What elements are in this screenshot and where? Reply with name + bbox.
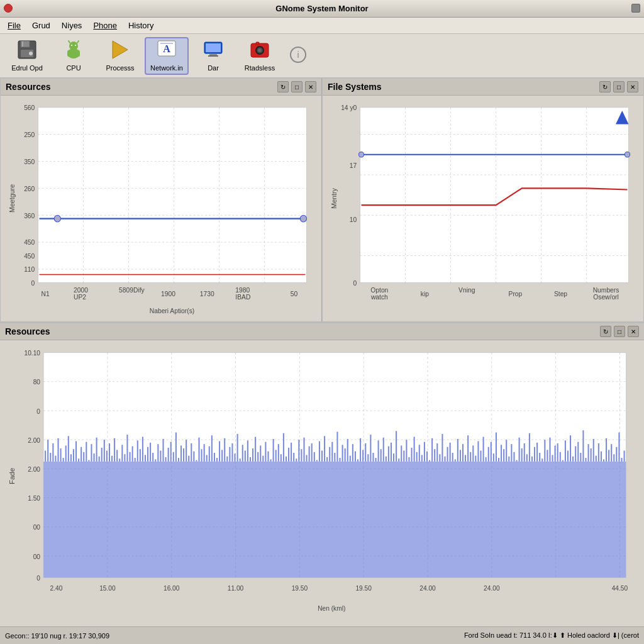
menu-phone[interactable]: Phone	[88, 19, 122, 31]
svg-rect-222	[334, 453, 335, 462]
svg-rect-179	[224, 438, 225, 462]
toolbar-processs[interactable]: Processs	[98, 37, 142, 75]
svg-text:i: i	[297, 50, 299, 60]
svg-rect-208	[298, 440, 299, 462]
svg-rect-289	[506, 440, 507, 462]
svg-rect-302	[539, 453, 540, 462]
svg-text:450: 450	[24, 238, 35, 246]
svg-text:0: 0	[36, 407, 40, 415]
svg-rect-267	[450, 443, 451, 462]
svg-text:Mentry: Mentry	[331, 187, 338, 209]
svg-rect-177	[219, 441, 220, 461]
svg-rect-189	[250, 457, 251, 462]
svg-text:kip: kip	[421, 290, 429, 297]
statusbar-right: Ford SoIn uead t: 711 34.0 I:⬇ ⬆ Holed o…	[322, 631, 639, 640]
monitor-icon	[203, 40, 223, 63]
svg-rect-168	[196, 460, 197, 462]
svg-rect-217	[321, 451, 323, 462]
fs-refresh-btn[interactable]: ↻	[599, 81, 611, 92]
svg-rect-162	[180, 445, 182, 461]
svg-text:11.00: 11.00	[228, 584, 243, 592]
resources-panel-content: 560 250 350 260 360 450 450 110 0	[1, 96, 321, 321]
svg-rect-196	[267, 452, 269, 462]
svg-rect-170	[201, 449, 203, 462]
svg-rect-165	[188, 456, 189, 462]
file-systems-panel-title: File Systems	[328, 82, 382, 92]
svg-rect-186	[242, 445, 243, 462]
fs-window-btn[interactable]: □	[613, 81, 625, 92]
bottom-refresh-btn[interactable]: ↻	[600, 326, 611, 337]
svg-rect-331	[613, 454, 614, 462]
toolbar-network-label: Network.in	[150, 64, 183, 72]
fs-close-btn[interactable]: ✕	[627, 81, 638, 92]
svg-rect-328	[606, 438, 607, 462]
resources-chart: 560 250 350 260 360 450 450 110 0	[6, 101, 316, 316]
resources-panel-header: Resources ↻ □ ✕	[1, 79, 321, 96]
svg-text:250: 250	[24, 131, 35, 138]
svg-rect-137	[116, 450, 118, 461]
svg-text:N1: N1	[42, 290, 50, 297]
svg-rect-317	[577, 442, 579, 462]
svg-rect-287	[501, 445, 502, 462]
maximize-button[interactable]	[631, 4, 640, 13]
resources-close-btn[interactable]: ✕	[305, 81, 316, 92]
svg-rect-274	[467, 435, 469, 462]
bottom-close-btn[interactable]: ✕	[628, 326, 639, 337]
bottom-window-btn[interactable]: □	[614, 326, 625, 337]
svg-rect-2	[22, 42, 23, 47]
svg-rect-266	[447, 447, 448, 462]
svg-rect-199	[275, 450, 277, 461]
svg-rect-148	[145, 455, 146, 461]
resources-panel-title: Resources	[6, 82, 51, 92]
svg-text:110: 110	[24, 265, 35, 273]
toolbar-rtadsless[interactable]: Rtadsless	[238, 37, 282, 75]
svg-rect-171	[204, 444, 205, 462]
svg-rect-210	[303, 438, 304, 462]
svg-rect-121	[75, 441, 77, 461]
toolbar-edrul-opd[interactable]: Edrul Opd	[5, 37, 49, 75]
svg-rect-138	[119, 458, 120, 462]
bottom-resources-header: Resources ↻ □ ✕	[0, 323, 644, 340]
svg-rect-309	[557, 443, 558, 462]
menu-grud[interactable]: Grud	[27, 19, 55, 31]
svg-rect-205	[291, 443, 292, 462]
toolbar-cpu[interactable]: CPU	[52, 37, 96, 75]
toolbar-network[interactable]: A Network.in	[145, 37, 189, 75]
toolbar: Edrul Opd CPU Processs	[0, 34, 644, 78]
bottom-resources-controls: ↻ □ ✕	[600, 326, 639, 337]
svg-rect-173	[209, 447, 210, 462]
svg-text:350: 350	[24, 158, 35, 165]
svg-rect-157	[168, 448, 169, 462]
svg-rect-223	[336, 431, 338, 461]
resources-refresh-btn[interactable]: ↻	[277, 81, 289, 92]
menu-file[interactable]: File	[3, 19, 26, 31]
svg-rect-127	[91, 444, 92, 462]
svg-rect-123	[80, 447, 82, 462]
menubar: File Grud Niyes Phone History	[0, 18, 644, 34]
file-systems-panel-header: File Systems ↻ □ ✕	[323, 79, 643, 96]
svg-rect-255	[419, 445, 420, 462]
resources-window-btn[interactable]: □	[291, 81, 303, 92]
svg-rect-268	[452, 453, 453, 462]
statusbar: Gecon:: 19'10 nug r. 19:17 30,909 Ford S…	[0, 626, 644, 644]
svg-point-50	[54, 215, 60, 222]
close-button[interactable]	[4, 4, 13, 13]
svg-rect-128	[94, 453, 95, 462]
svg-text:Osew/orl: Osew/orl	[593, 293, 619, 301]
svg-rect-11	[67, 50, 70, 57]
svg-text:50: 50	[291, 290, 298, 297]
svg-rect-176	[216, 458, 218, 462]
menu-history[interactable]: History	[123, 19, 158, 31]
svg-point-79	[625, 152, 630, 157]
svg-text:44.50: 44.50	[612, 584, 628, 592]
svg-rect-335	[624, 451, 625, 462]
toolbar-dar[interactable]: Dar	[191, 37, 235, 75]
svg-rect-237	[372, 453, 374, 462]
svg-rect-276	[472, 445, 474, 461]
svg-text:Vning: Vning	[458, 286, 475, 294]
menu-niyes[interactable]: Niyes	[57, 19, 87, 31]
svg-rect-283	[491, 442, 492, 462]
svg-rect-240	[380, 449, 382, 462]
svg-rect-202	[283, 433, 284, 462]
svg-rect-180	[226, 457, 228, 462]
